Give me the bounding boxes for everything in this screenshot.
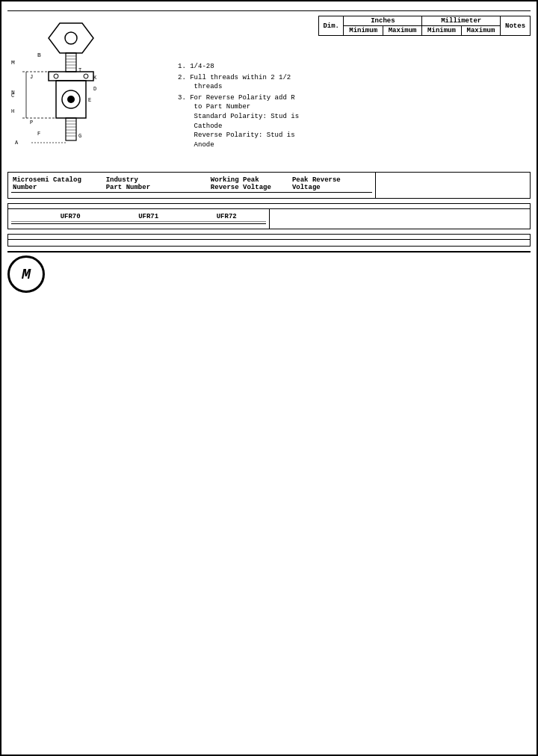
svg-rect-12 xyxy=(66,118,76,140)
svg-rect-6 xyxy=(49,72,93,81)
component-diagram: M N B xyxy=(7,16,164,165)
note-2: 2. Full threads within 2 1/2 threads xyxy=(178,73,312,92)
svg-text:D: D xyxy=(93,86,96,92)
prv-header: Peak ReverseVoltage xyxy=(291,176,372,193)
svg-text:F: F xyxy=(37,131,40,137)
min-header: Minimum xyxy=(344,26,383,36)
svg-marker-3 xyxy=(49,23,93,53)
max-header: Maximum xyxy=(383,26,421,36)
svg-point-7 xyxy=(54,74,58,78)
features-area xyxy=(380,173,530,198)
industry-header: IndustryPart Number xyxy=(105,176,209,193)
svg-text:H: H xyxy=(11,108,14,114)
svg-point-4 xyxy=(65,32,77,44)
ufr72-col: UFR72 xyxy=(188,212,266,222)
notes-col-header: Notes xyxy=(501,16,531,36)
page: M N B xyxy=(0,0,538,756)
logo-circle: M xyxy=(7,255,45,293)
inches-header: Inches xyxy=(344,16,422,26)
svg-text:J: J xyxy=(30,74,33,80)
svg-point-8 xyxy=(84,74,88,78)
title-section xyxy=(7,7,531,11)
svg-text:G: G xyxy=(78,133,81,139)
mm-min-header: Minimum xyxy=(422,26,461,36)
thermal-inner xyxy=(8,240,530,246)
ufr71-col: UFR71 xyxy=(109,212,188,222)
svg-text:E: E xyxy=(88,97,91,103)
dimension-table: Dim. Inches Millimeter Notes Minimum Max… xyxy=(318,16,531,36)
electrical-right xyxy=(270,209,531,229)
thermal-title xyxy=(8,235,530,240)
note-1: 1. 1/4-28 xyxy=(178,62,312,72)
svg-text:P: P xyxy=(30,120,33,126)
electrical-section: UFR70 UFR71 UFR72 xyxy=(7,203,531,229)
ufr70-col: UFR70 xyxy=(31,212,110,222)
electrical-inner: UFR70 UFR71 UFR72 xyxy=(8,209,530,229)
electrical-left: UFR70 UFR71 UFR72 xyxy=(8,209,270,229)
pulse-note xyxy=(11,223,266,226)
svg-text:C: C xyxy=(11,93,14,99)
svg-text:T: T xyxy=(78,67,81,73)
catalog-table: Microsemi CatalogNumber IndustryPart Num… xyxy=(11,176,372,193)
diagram-area: M N B xyxy=(7,16,172,167)
cat-num-header: Microsemi CatalogNumber xyxy=(11,176,105,193)
svg-text:A: A xyxy=(15,140,19,146)
svg-text:K: K xyxy=(93,75,97,81)
footer-section: M xyxy=(7,251,531,293)
note-3: 3. For Reverse Polarity add R to Part Nu… xyxy=(178,93,312,150)
electrical-table: UFR70 UFR71 UFR72 xyxy=(11,212,266,222)
mm-max-header: Maximum xyxy=(461,26,500,36)
svg-text:M: M xyxy=(11,59,15,66)
mm-header: Millimeter xyxy=(422,16,501,26)
dim-table-area: Dim. Inches Millimeter Notes Minimum Max… xyxy=(318,16,531,167)
top-section: M N B xyxy=(7,16,531,167)
svg-point-11 xyxy=(67,96,75,103)
thermal-section xyxy=(7,234,531,247)
svg-text:B: B xyxy=(37,52,41,58)
electrical-title xyxy=(8,204,530,209)
middle-section: Microsemi CatalogNumber IndustryPart Num… xyxy=(7,172,531,199)
wpkv-header: Working PeakReverse Voltage xyxy=(209,176,291,193)
catalog-table-area: Microsemi CatalogNumber IndustryPart Num… xyxy=(8,173,376,198)
dim-col-header: Dim. xyxy=(319,16,344,36)
notes-area: 1. 1/4-28 2. Full threads within 2 1/2 t… xyxy=(178,16,312,167)
logo-area: M xyxy=(7,255,531,293)
